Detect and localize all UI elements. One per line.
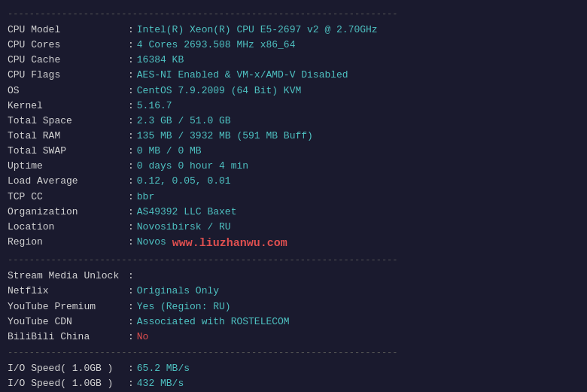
cpu-cores-row: CPU Cores : 4 Cores 2693.508 MHz x86_64 bbox=[8, 38, 579, 53]
cpu-model-label: CPU Model bbox=[8, 23, 128, 38]
divider-2: ----------------------------------------… bbox=[8, 255, 579, 266]
colon-19: : bbox=[128, 315, 134, 330]
netflix-value: Originals Only bbox=[137, 284, 219, 299]
colon-14: : bbox=[128, 220, 134, 235]
watermark-text: www.liuzhanwu.com bbox=[172, 235, 287, 252]
uptime-row: Uptime : 0 days 0 hour 4 min bbox=[8, 159, 579, 174]
tcp-cc-label: TCP CC bbox=[8, 190, 128, 205]
region-label: Region bbox=[8, 235, 128, 252]
divider-3: ----------------------------------------… bbox=[8, 348, 579, 358]
total-swap-label: Total SWAP bbox=[8, 144, 128, 159]
region-value: Novos bbox=[137, 235, 166, 252]
colon-7: : bbox=[128, 114, 134, 129]
io1-value: 65.2 MB/s bbox=[137, 361, 190, 376]
youtube-cdn-value: Associated with ROSTELECOM bbox=[137, 315, 290, 330]
uptime-label: Uptime bbox=[8, 159, 128, 174]
os-row: OS : CentOS 7.9.2009 (64 Bit) KVM bbox=[8, 84, 579, 99]
org-label: Organization bbox=[8, 205, 128, 220]
youtube-premium-row: YouTube Premium : Yes (Region: RU) bbox=[8, 299, 579, 315]
colon-4: : bbox=[128, 68, 134, 83]
total-ram-row: Total RAM : 135 MB / 3932 MB (591 MB Buf… bbox=[8, 129, 579, 144]
io1-label: I/O Speed( 1.0GB ) bbox=[8, 361, 128, 376]
total-space-label: Total Space bbox=[8, 114, 128, 129]
org-value: AS49392 LLC Baxet bbox=[137, 205, 237, 220]
colon-9: : bbox=[128, 144, 134, 159]
youtube-premium-value: Yes (Region: RU) bbox=[137, 299, 231, 315]
colon-6: : bbox=[128, 99, 134, 114]
colon-18: : bbox=[128, 299, 134, 315]
colon-8: : bbox=[128, 129, 134, 144]
colon-21: : bbox=[128, 361, 134, 376]
location-row: Location : Novosibirsk / RU bbox=[8, 220, 579, 235]
io2-row: I/O Speed( 1.0GB ) : 432 MB/s bbox=[8, 376, 579, 391]
uptime-value: 0 days 0 hour 4 min bbox=[137, 159, 248, 174]
total-ram-label: Total RAM bbox=[8, 129, 128, 144]
youtube-cdn-row: YouTube CDN : Associated with ROSTELECOM bbox=[8, 315, 579, 330]
colon-12: : bbox=[128, 190, 134, 205]
netflix-label: Netflix bbox=[8, 284, 128, 299]
cpu-cache-row: CPU Cache : 16384 KB bbox=[8, 53, 579, 68]
load-avg-value: 0.12, 0.05, 0.01 bbox=[137, 174, 231, 189]
cpu-flags-value: AES-NI Enabled & VM-x/AMD-V Disabled bbox=[137, 68, 348, 83]
io2-label: I/O Speed( 1.0GB ) bbox=[8, 376, 128, 391]
load-avg-label: Load Average bbox=[8, 174, 128, 189]
kernel-label: Kernel bbox=[8, 99, 128, 114]
load-avg-row: Load Average : 0.12, 0.05, 0.01 bbox=[8, 174, 579, 189]
colon-3: : bbox=[128, 53, 134, 68]
colon-13: : bbox=[128, 205, 134, 220]
stream-media-row: Stream Media Unlock : bbox=[8, 269, 579, 284]
total-swap-row: Total SWAP : 0 MB / 0 MB bbox=[8, 144, 579, 159]
io2-value: 432 MB/s bbox=[137, 376, 184, 391]
cpu-flags-label: CPU Flags bbox=[8, 68, 128, 83]
bilibili-value: No bbox=[137, 330, 149, 345]
total-space-value: 2.3 GB / 51.0 GB bbox=[137, 114, 231, 129]
region-row: Region : Novos www.liuzhanwu.com bbox=[8, 235, 579, 252]
io1-row: I/O Speed( 1.0GB ) : 65.2 MB/s bbox=[8, 361, 579, 376]
kernel-value: 5.16.7 bbox=[137, 99, 172, 114]
location-value: Novosibirsk / RU bbox=[137, 220, 231, 235]
os-label: OS bbox=[8, 84, 128, 99]
cpu-flags-row: CPU Flags : AES-NI Enabled & VM-x/AMD-V … bbox=[8, 68, 579, 83]
colon-2: : bbox=[128, 38, 134, 53]
colon-5: : bbox=[128, 84, 134, 99]
stream-media-label: Stream Media Unlock bbox=[8, 269, 128, 284]
os-value: CentOS 7.9.2009 (64 Bit) KVM bbox=[137, 84, 301, 99]
cpu-cores-value: 4 Cores 2693.508 MHz x86_64 bbox=[137, 38, 296, 53]
tcp-cc-row: TCP CC : bbr bbox=[8, 190, 579, 205]
cpu-cores-label: CPU Cores bbox=[8, 38, 128, 53]
colon-1: : bbox=[128, 23, 134, 38]
cpu-cache-value: 16384 KB bbox=[137, 53, 184, 68]
cpu-cache-label: CPU Cache bbox=[8, 53, 128, 68]
colon-10: : bbox=[128, 159, 134, 174]
netflix-row: Netflix : Originals Only bbox=[8, 284, 579, 299]
youtube-premium-label: YouTube Premium bbox=[8, 299, 128, 315]
total-ram-value: 135 MB / 3932 MB (591 MB Buff) bbox=[137, 129, 313, 144]
location-label: Location bbox=[8, 220, 128, 235]
colon-20: : bbox=[128, 330, 134, 345]
colon-11: : bbox=[128, 174, 134, 189]
bilibili-row: BiliBili China : No bbox=[8, 330, 579, 345]
divider-top: ----------------------------------------… bbox=[8, 9, 579, 20]
bilibili-label: BiliBili China bbox=[8, 330, 128, 345]
cpu-model-row: CPU Model : Intel(R) Xeon(R) CPU E5-2697… bbox=[8, 23, 579, 38]
total-space-row: Total Space : 2.3 GB / 51.0 GB bbox=[8, 114, 579, 129]
youtube-cdn-label: YouTube CDN bbox=[8, 315, 128, 330]
colon-15: : bbox=[128, 235, 134, 252]
tcp-cc-value: bbr bbox=[137, 190, 154, 205]
org-row: Organization : AS49392 LLC Baxet bbox=[8, 205, 579, 220]
cpu-model-value: Intel(R) Xeon(R) CPU E5-2697 v2 @ 2.70GH… bbox=[137, 23, 378, 38]
kernel-row: Kernel : 5.16.7 bbox=[8, 99, 579, 114]
total-swap-value: 0 MB / 0 MB bbox=[137, 144, 202, 159]
colon-22: : bbox=[128, 376, 134, 391]
colon-16: : bbox=[128, 269, 134, 284]
colon-17: : bbox=[128, 284, 134, 299]
